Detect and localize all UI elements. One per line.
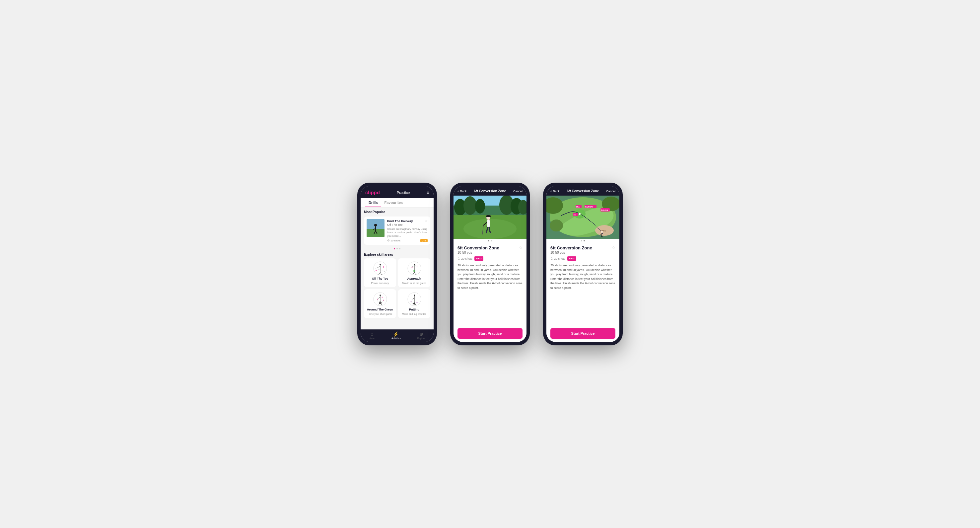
explore-title: Explore skill areas (364, 253, 430, 256)
phone-3-screen: < Back 6ft Conversion Zone Cancel (546, 186, 619, 342)
phone2-content: 6ft Conversion Zone 10-50 yds ☆ ⏱ 20 sho… (453, 196, 527, 325)
svg-line-11 (377, 266, 380, 268)
drill-title-row: 6ft Conversion Zone 10-50 yds ☆ (458, 246, 522, 254)
phone3-cancel-button[interactable]: Cancel (606, 190, 616, 193)
nav-capture[interactable]: ⊕ Capture (417, 332, 425, 340)
drill-category: ARG (474, 256, 484, 261)
svg-line-22 (414, 272, 416, 275)
drill3-category: ARG (567, 256, 576, 261)
phone-1-screen: clippd Practice ≡ Drills Favourites Most… (361, 186, 434, 342)
svg-point-72 (550, 220, 563, 231)
phone3-footer: Start Practice (546, 325, 619, 342)
skill-grid: Off The Tee Power accuracy (364, 258, 430, 318)
svg-point-65 (486, 215, 491, 217)
svg-line-12 (379, 272, 380, 275)
svg-line-21 (413, 272, 414, 275)
nav-home[interactable]: ⌂ Home (369, 332, 375, 340)
tab-favourites[interactable]: Favourites (381, 198, 406, 207)
drill3-carousel-dots (546, 239, 619, 242)
drill3-dot-1 (581, 240, 582, 241)
favourite-star[interactable]: ☆ (425, 219, 428, 223)
tabs-bar: Drills Favourites (361, 198, 434, 207)
putting-icon (407, 292, 422, 306)
back-button[interactable]: < Back (458, 190, 467, 193)
drill-title: 6ft Conversion Zone (458, 246, 499, 250)
capture-icon: ⊕ (419, 332, 423, 337)
svg-point-49 (475, 199, 485, 214)
drill-hero-photo (453, 196, 527, 239)
drill-card-image (367, 219, 385, 237)
svg-line-39 (412, 298, 414, 299)
home-icon: ⌂ (371, 332, 373, 337)
skill-off-tee[interactable]: Off The Tee Power accuracy (364, 258, 396, 287)
drill-hero-map: SAND FAIRWAY ROUGH (546, 196, 619, 239)
skill-desc-putting: Make and lag practice (402, 313, 426, 316)
golf-photo-svg (453, 196, 527, 239)
drill-shots: ⏱ 10 shots (387, 239, 401, 242)
drill-header-title: 6ft Conversion Zone (474, 189, 506, 193)
drill3-star[interactable]: ☆ (612, 246, 616, 250)
drill-meta: ⏱ 20 shots ARG (458, 256, 522, 261)
phone-1: clippd Practice ≡ Drills Favourites Most… (357, 183, 437, 345)
phone-3: < Back 6ft Conversion Zone Cancel (543, 183, 623, 345)
nav-activities-label: Activities (391, 337, 401, 340)
drill3-meta: ⏱ 20 shots ARG (550, 256, 616, 261)
drill-dot-1 (488, 240, 489, 241)
svg-rect-63 (487, 220, 490, 227)
skill-desc-ott: Power accuracy (371, 282, 389, 285)
drill-yardage: 10-50 yds (458, 251, 499, 254)
svg-point-34 (382, 297, 382, 298)
drill3-yardage: 10-50 yds (550, 251, 592, 254)
golf-map-svg: SAND FAIRWAY ROUGH (546, 196, 619, 239)
svg-text:ROUGH: ROUGH (601, 209, 608, 211)
carousel-dots (364, 247, 430, 251)
phone3-back-button[interactable]: < Back (550, 190, 560, 193)
phone3-drill-header-title: 6ft Conversion Zone (567, 189, 599, 193)
skill-name-ott: Off The Tee (372, 277, 388, 280)
skill-putting[interactable]: Putting Make and lag practice (398, 289, 430, 318)
svg-point-54 (463, 219, 517, 239)
drill-card-body: Find The Fairway Off The Tee Create an i… (387, 219, 428, 242)
drill-star[interactable]: ☆ (519, 246, 522, 250)
phone1-content: Most Popular (361, 207, 434, 329)
skill-approach[interactable]: Approach Dial-in to hit the green (398, 258, 430, 287)
activities-icon: ⚡ (393, 332, 399, 337)
phone3-header: < Back 6ft Conversion Zone Cancel (546, 186, 619, 196)
drill-title-block: 6ft Conversion Zone 10-50 yds (458, 246, 499, 254)
svg-point-3 (374, 224, 377, 227)
phone2-footer: Start Practice (453, 325, 527, 342)
phone1-header: clippd Practice ≡ (361, 186, 434, 198)
nav-home-label: Home (369, 337, 375, 340)
svg-line-29 (378, 297, 380, 298)
featured-drill-card[interactable]: Find The Fairway Off The Tee Create an i… (364, 217, 430, 245)
tab-drills[interactable]: Drills (365, 198, 381, 207)
phones-container: clippd Practice ≡ Drills Favourites Most… (357, 183, 623, 345)
skill-desc-atg: Hone your short game (368, 313, 392, 316)
dot-1 (394, 248, 395, 249)
skill-name-approach: Approach (407, 277, 421, 280)
bottom-nav: ⌂ Home ⚡ Activities ⊕ Capture (361, 329, 434, 342)
skill-around-green[interactable]: Around The Green Hone your short game (364, 289, 396, 318)
drill-shots: ⏱ 20 shots (458, 257, 473, 260)
cancel-button[interactable]: Cancel (513, 190, 522, 193)
nav-activities[interactable]: ⚡ Activities (391, 332, 401, 340)
drill3-shots: ⏱ 20 shots (550, 257, 565, 260)
svg-text:Hit: Hit (574, 214, 576, 216)
svg-point-44 (416, 302, 417, 303)
svg-point-48 (463, 196, 477, 215)
drill-dot-2 (491, 240, 492, 241)
svg-point-23 (414, 270, 415, 272)
svg-point-84 (579, 213, 581, 215)
skill-name-putting: Putting (409, 308, 419, 311)
svg-point-85 (601, 231, 603, 233)
menu-icon[interactable]: ≡ (426, 190, 429, 195)
phone3-start-practice-button[interactable]: Start Practice (550, 328, 616, 339)
dot-3 (399, 248, 401, 249)
header-title: Practice (397, 191, 410, 195)
drill3-description: 20 shots are randomly generated at dista… (550, 263, 616, 290)
start-practice-button[interactable]: Start Practice (458, 328, 522, 339)
app-logo: clippd (365, 190, 380, 195)
drill-description: 20 shots are randomly generated at dista… (458, 263, 522, 290)
nav-capture-label: Capture (417, 337, 425, 340)
svg-line-13 (380, 272, 382, 275)
